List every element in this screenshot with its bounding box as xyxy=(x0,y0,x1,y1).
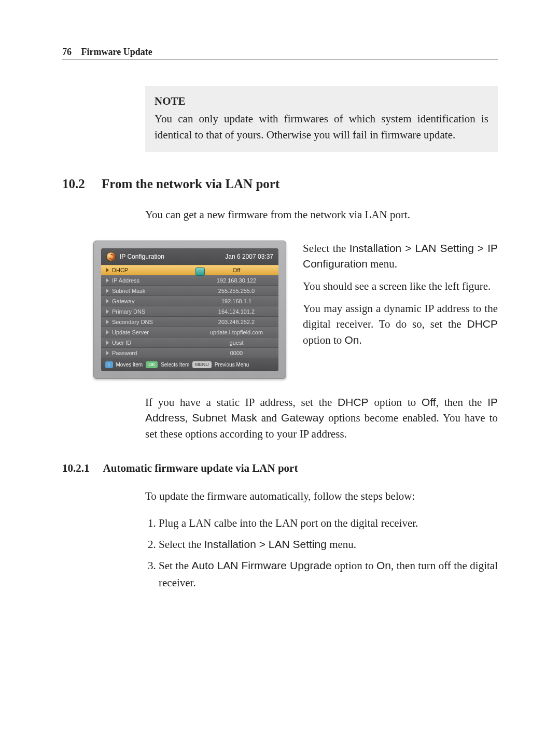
section-title: From the network via LAN port xyxy=(102,177,279,191)
config-row-value: 192.168.1.1 xyxy=(194,298,278,304)
config-row-value: 192.168.30.122 xyxy=(194,277,278,284)
triangle-icon xyxy=(106,309,109,314)
config-row-label: Update Server xyxy=(101,329,194,335)
config-row-subnet-mask: Subnet Mask255.255.255.0 xyxy=(101,286,278,296)
after-figure-paragraph: If you have a static IP address, set the… xyxy=(145,395,498,442)
subsection-title: Automatic firmware update via LAN port xyxy=(103,462,298,474)
screenshot-datetime: Jan 6 2007 03:37 xyxy=(225,253,273,260)
config-row-value: 164.124.101.2 xyxy=(194,308,278,315)
config-row-label: DHCP xyxy=(101,267,194,273)
config-row-secondary-dns: Secondary DNS203.248.252.2 xyxy=(101,317,278,327)
config-row-label: Password xyxy=(101,350,194,356)
config-row-gateway: Gateway192.168.1.1 xyxy=(101,296,278,306)
config-row-user-id: User IDguest xyxy=(101,337,278,348)
triangle-icon xyxy=(106,351,109,355)
page-header: 76 Firmware Update xyxy=(62,47,498,60)
config-row-label: Primary DNS xyxy=(101,308,194,315)
note-body: You can only update with firmwares of wh… xyxy=(155,111,488,143)
ok-chip: OK xyxy=(146,361,158,368)
section-heading: 10.2 From the network via LAN port xyxy=(62,177,498,191)
config-row-value: 255.255.255.0 xyxy=(194,288,278,294)
subsection-heading: 10.2.1 Automatic firmware update via LAN… xyxy=(62,462,498,475)
on-term: On xyxy=(345,334,359,346)
side-paragraph-3: You may assign a dynamic IP address to t… xyxy=(303,301,498,348)
step-1: Plug a LAN calbe into the LAN port on th… xyxy=(159,515,498,532)
footer-moves: Moves Item xyxy=(116,362,143,368)
triangle-icon xyxy=(106,320,109,324)
triangle-icon xyxy=(106,289,109,293)
config-row-dhcp: DHCPOff xyxy=(101,265,278,275)
footer-selects: Selects Item xyxy=(161,362,189,368)
config-row-label: Subnet Mask xyxy=(101,288,194,294)
config-row-update-server: Update Serverupdate.i-topfield.com xyxy=(101,327,278,337)
app-icon xyxy=(106,252,116,261)
config-row-primary-dns: Primary DNS164.124.101.2 xyxy=(101,306,278,317)
note-box: NOTE You can only update with firmwares … xyxy=(145,86,498,152)
config-row-value: Off xyxy=(194,267,278,273)
config-row-label: Gateway xyxy=(101,298,194,304)
triangle-icon xyxy=(106,341,109,345)
ip-config-screenshot: IP Configuration Jan 6 2007 03:37 DHCPOf… xyxy=(93,241,286,379)
step-2: Select the Installation > LAN Setting me… xyxy=(159,536,498,554)
subsection-intro: To update the firmware automatically, fo… xyxy=(145,488,498,504)
note-title: NOTE xyxy=(155,93,488,109)
subsection-number: 10.2.1 xyxy=(62,462,90,474)
config-row-label: Secondary DNS xyxy=(101,319,194,325)
triangle-icon xyxy=(106,268,109,272)
config-row-label: User ID xyxy=(101,340,194,346)
updown-chip: ↕ xyxy=(105,361,113,368)
menu-path-lan-setting: Installation > LAN Setting xyxy=(204,538,326,550)
page-number: 76 xyxy=(62,47,72,57)
left-right-toggle-icon xyxy=(195,268,205,276)
section-number: 10.2 xyxy=(62,177,85,191)
side-paragraph-2: You should see a screen like the left fi… xyxy=(303,278,498,294)
config-row-value: 0000 xyxy=(194,350,278,356)
config-row-password: Password0000 xyxy=(101,348,278,358)
menu-chip: MENU xyxy=(192,361,212,368)
config-row-value: guest xyxy=(194,340,278,346)
triangle-icon xyxy=(106,299,109,303)
steps-list: Plug a LAN calbe into the LAN port on th… xyxy=(145,515,498,592)
triangle-icon xyxy=(106,330,109,334)
screenshot-footer: ↕ Moves Item OK Selects Item MENU Previo… xyxy=(101,358,278,371)
footer-prev: Previous Menu xyxy=(215,362,249,368)
triangle-icon xyxy=(106,278,109,283)
config-row-value: 203.248.252.2 xyxy=(194,319,278,325)
config-row-value: update.i-topfield.com xyxy=(194,329,278,335)
screenshot-title: IP Configuration xyxy=(120,253,164,260)
chapter-title: Firmware Update xyxy=(81,47,152,57)
side-paragraph-1: Select the Installation > LAN Setting > … xyxy=(303,241,498,272)
screenshot-titlebar: IP Configuration Jan 6 2007 03:37 xyxy=(101,248,278,265)
section-intro: You can get a new firmware from the netw… xyxy=(145,207,498,222)
auto-lan-upgrade-term: Auto LAN Firmware Upgrade xyxy=(191,559,331,571)
config-row-label: IP Address xyxy=(101,277,194,284)
step-3: Set the Auto LAN Firmware Upgrade option… xyxy=(159,557,498,592)
dhcp-term: DHCP xyxy=(467,318,498,330)
config-row-ip-address: IP Address192.168.30.122 xyxy=(101,275,278,286)
